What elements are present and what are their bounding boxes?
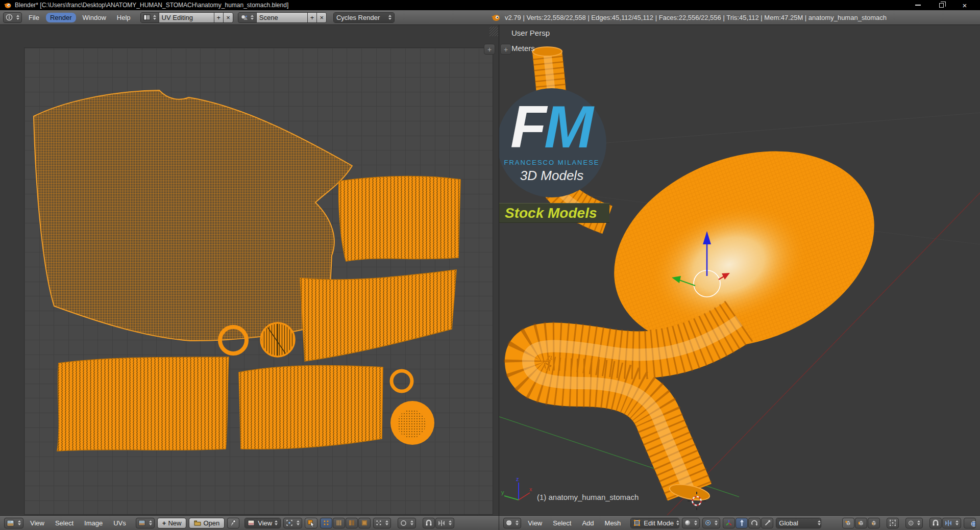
magnet-icon: [425, 519, 432, 526]
orientation-value: Global: [779, 519, 798, 527]
render-engine-dropdown[interactable]: Cycles Render: [333, 12, 395, 23]
plus-icon: +: [310, 14, 314, 21]
menu-window[interactable]: Window: [79, 13, 110, 22]
mode-value: Edit Mode: [644, 519, 674, 527]
updown-arrows: [297, 520, 300, 525]
uv-menu-image[interactable]: Image: [80, 518, 107, 528]
restore-button[interactable]: [929, 0, 953, 10]
updown-arrows: [694, 520, 697, 525]
uv-island-ring-2[interactable]: [391, 371, 412, 391]
uv-sync-selection-toggle[interactable]: [305, 518, 317, 528]
delete-screen-layout-button[interactable]: ×: [224, 13, 233, 22]
v3d-snap-toggle[interactable]: [929, 518, 942, 528]
stock-models-badge: Stock Models: [499, 203, 609, 223]
minimize-button[interactable]: [906, 0, 929, 10]
manipulator-rotate-button[interactable]: [748, 518, 761, 528]
uv-select-mode-edge[interactable]: [333, 518, 345, 528]
display-channel-icon: [248, 520, 255, 526]
menu-render[interactable]: Render: [46, 13, 76, 22]
viewport-shading-dropdown[interactable]: [682, 518, 700, 528]
v3d-menu-view[interactable]: View: [524, 518, 546, 528]
add-scene-button[interactable]: +: [308, 13, 317, 22]
select-mode-face[interactable]: [868, 518, 880, 528]
viewport-3d-canvas[interactable]: User Persp Meters (1) anatomy_human_stom…: [499, 25, 980, 515]
uv-select-mode-island[interactable]: [358, 518, 371, 528]
screen-layout-browse-button[interactable]: [141, 13, 159, 22]
editor-type-button-image[interactable]: [4, 518, 23, 528]
manipulator-translate-button[interactable]: [736, 518, 748, 528]
image-pin-button[interactable]: [227, 518, 239, 528]
folder-icon: [194, 520, 201, 526]
transform-orientation-dropdown[interactable]: Global: [776, 518, 821, 528]
uv-island-disc[interactable]: [390, 401, 434, 445]
uv-menu-select[interactable]: Select: [51, 518, 78, 528]
v3d-proportional-edit-dropdown[interactable]: [905, 518, 923, 528]
select-mode-vertex[interactable]: [842, 518, 854, 528]
menu-file[interactable]: File: [24, 13, 43, 22]
uv-island-sphere[interactable]: [260, 322, 295, 357]
manipulator-scale-button[interactable]: [761, 518, 773, 528]
mode-dropdown[interactable]: Edit Mode: [630, 518, 679, 528]
uv-pivot-dropdown[interactable]: [283, 518, 302, 528]
close-icon: ×: [963, 2, 967, 9]
uv-editor-canvas-area[interactable]: +: [0, 25, 499, 515]
updown-arrows: [676, 520, 679, 525]
uv-display-mode-dropdown[interactable]: View: [244, 518, 281, 528]
image-datablock-icon: [138, 520, 145, 526]
uv-menu-view[interactable]: View: [26, 518, 48, 528]
region-resize-corner[interactable]: [489, 27, 498, 36]
uv-snap-element-dropdown[interactable]: [435, 518, 454, 528]
sticky-select-icon: [376, 520, 382, 526]
image-open-button[interactable]: Open: [189, 518, 225, 528]
uv-proportional-edit-dropdown[interactable]: [398, 518, 416, 528]
pivot-point-dropdown[interactable]: [702, 518, 720, 528]
delete-scene-button[interactable]: ×: [317, 13, 326, 22]
scene-name[interactable]: Scene: [257, 13, 308, 22]
uv-snap-toggle[interactable]: [423, 518, 435, 528]
v3d-menu-mesh[interactable]: Mesh: [601, 518, 625, 528]
uv-menu-uvs[interactable]: UVs: [109, 518, 130, 528]
updown-arrows: [818, 520, 821, 525]
add-screen-layout-button[interactable]: +: [214, 13, 224, 22]
uv-select-mode-face[interactable]: [346, 518, 358, 528]
edit-mode-icon: [633, 519, 641, 526]
v3d-menu-select[interactable]: Select: [549, 518, 575, 528]
uv-island-bottom-middle[interactable]: [239, 366, 383, 449]
updown-arrows: [388, 15, 391, 20]
image-editor-icon: [7, 520, 14, 526]
select-mode-edge[interactable]: [855, 518, 867, 528]
image-new-button[interactable]: + New: [157, 518, 187, 528]
close-button[interactable]: ×: [953, 0, 976, 10]
sync-select-cursor-icon: [307, 519, 315, 527]
v3d-menu-add[interactable]: Add: [578, 518, 598, 528]
render-preview-button[interactable]: [964, 518, 976, 528]
editor-type-button-3dview[interactable]: [503, 518, 521, 528]
uv-select-mode-vertex[interactable]: [320, 518, 332, 528]
manipulator-toggle[interactable]: [723, 518, 735, 528]
uv-island-bottom-left[interactable]: [57, 357, 229, 451]
occlude-geometry-toggle[interactable]: [887, 518, 899, 528]
updown-arrows: [449, 520, 452, 525]
uv-island-top-right[interactable]: [339, 176, 460, 261]
rotate-icon: [751, 519, 758, 526]
toolshelf-toggle[interactable]: +: [500, 44, 511, 55]
image-browse-button[interactable]: [136, 518, 155, 528]
scene-selector: Scene + ×: [238, 12, 327, 23]
editor-type-button-info[interactable]: [3, 12, 22, 23]
uv-snap-group: [423, 518, 454, 528]
axis-z-label: z: [516, 476, 519, 482]
uv-island-mid-right[interactable]: [300, 270, 456, 361]
edge-select-icon: [336, 520, 342, 526]
plus-icon: +: [217, 14, 221, 21]
viewport-3d-header: View Select Add Mesh Edit Mode: [499, 515, 980, 530]
screen-layout-name[interactable]: UV Editing: [159, 13, 214, 22]
uv-sticky-mode-dropdown[interactable]: [373, 518, 391, 528]
fm-logo-watermark: F M FRANCESCO MILANESE 3D Models: [499, 88, 606, 197]
restore-icon: [939, 3, 944, 8]
uv-image-editor: + View Select Image UVs: [0, 25, 499, 530]
uv-select-mode-group: [320, 518, 371, 528]
uv-properties-panel-toggle[interactable]: +: [484, 44, 495, 55]
scene-browse-button[interactable]: [238, 13, 257, 22]
v3d-snap-element-dropdown[interactable]: [942, 518, 961, 528]
menu-help[interactable]: Help: [113, 13, 135, 22]
